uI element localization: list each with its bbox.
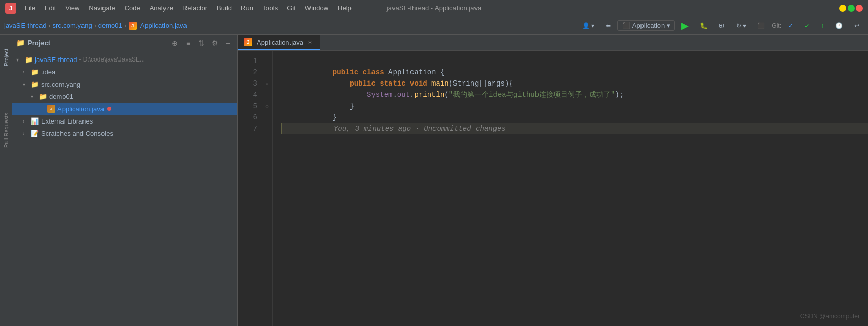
- tab-close-button[interactable]: ×: [306, 38, 314, 46]
- git-push-button[interactable]: ↑: [816, 21, 829, 31]
- code-line-1: [281, 55, 868, 67]
- line-num-5: 5: [238, 100, 257, 112]
- app-logo: J: [5, 3, 16, 14]
- menu-edit[interactable]: Edit: [40, 3, 60, 13]
- code-editor[interactable]: 1 2 3 4 5 6 7 ◇ ◇: [238, 51, 868, 326]
- debug-button[interactable]: 🐛: [695, 21, 712, 31]
- menu-tools[interactable]: Tools: [258, 3, 282, 13]
- new-file-button[interactable]: ⊕: [170, 38, 180, 48]
- editor-tabs: J Application.java ×: [238, 35, 868, 51]
- close-button[interactable]: ×: [856, 5, 863, 12]
- minimize-button[interactable]: −: [839, 5, 846, 12]
- menu-help[interactable]: Help: [334, 3, 356, 13]
- menu-run[interactable]: Run: [237, 3, 257, 13]
- tree-root[interactable]: ▾ 📁 javaSE-thread - D:\code\java\JavaSE.…: [12, 53, 237, 66]
- breadcrumb-project[interactable]: javaSE-thread: [4, 22, 46, 29]
- git-commit-button[interactable]: ✓: [800, 21, 814, 31]
- profile-run-button[interactable]: ↻ ▾: [732, 21, 751, 31]
- breadcrumb-sep-3: ›: [125, 22, 127, 29]
- breadcrumb-sep-2: ›: [94, 22, 96, 29]
- profile-button[interactable]: 👤 ▾: [577, 21, 599, 31]
- collapse-all-button[interactable]: ≡: [183, 38, 193, 48]
- gutter-7: [262, 123, 272, 134]
- title-bar: J File Edit View Navigate Code Analyze R…: [0, 0, 868, 16]
- java-file-tree-icon: J: [47, 105, 55, 113]
- demo01-folder-icon: 📁: [39, 93, 47, 100]
- idea-expand-icon: ›: [23, 69, 29, 75]
- editor-tab-application[interactable]: J Application.java ×: [238, 35, 320, 50]
- coverage-icon: ⛨: [719, 22, 725, 29]
- tree-demo01[interactable]: ▾ 📁 demo01: [12, 90, 237, 103]
- project-panel: 📁 Project ⊕ ≡ ⇅ ⚙ − ▾ 📁 javaSE-thread - …: [12, 35, 238, 326]
- root-folder-icon: 📁: [25, 56, 33, 64]
- git-revert-button[interactable]: ↩: [850, 21, 864, 31]
- git-update-button[interactable]: ✓: [783, 21, 798, 31]
- run-button[interactable]: ▶: [677, 18, 693, 33]
- profile-icon: 👤: [582, 22, 590, 29]
- menu-window[interactable]: Window: [301, 3, 333, 13]
- stop-icon: ⬛: [757, 22, 765, 29]
- line-num-3: 3: [238, 78, 257, 89]
- git-history-button[interactable]: 🕐: [831, 21, 848, 31]
- scratches-expand-icon: ›: [23, 131, 29, 136]
- run-icon: ▶: [681, 20, 689, 31]
- line-numbers: 1 2 3 4 5 6 7: [238, 51, 262, 326]
- code-line-6: }: [281, 112, 868, 123]
- run-config-dropdown[interactable]: ⬛ Application ▾: [617, 20, 675, 31]
- window-controls: − □ ×: [839, 5, 863, 12]
- breadcrumb-folder[interactable]: demo01: [98, 22, 122, 29]
- code-line-2: public class Application {: [281, 67, 868, 78]
- tree-application-java[interactable]: J Application.java: [12, 103, 237, 115]
- maximize-button[interactable]: □: [848, 5, 855, 12]
- project-title: Project: [28, 39, 50, 47]
- tree-scratches[interactable]: › 📝 Scratches and Consoles: [12, 127, 237, 139]
- sidebar-tab-pr-label: Pull Requests: [3, 113, 9, 148]
- menu-analyze[interactable]: Analyze: [146, 3, 177, 13]
- stop-button[interactable]: ⬛: [753, 21, 770, 31]
- gutter-5: ◇: [262, 100, 272, 112]
- src-name: src.com.yang: [41, 80, 80, 88]
- ext-libs-expand-icon: ›: [23, 118, 29, 124]
- menu-navigate[interactable]: Navigate: [85, 3, 119, 13]
- line-num-2: 2: [238, 67, 257, 78]
- sidebar-tab-project[interactable]: Project: [0, 37, 12, 78]
- settings-button[interactable]: ⚙: [210, 38, 220, 48]
- sidebar-tabs: Project Pull Requests: [0, 35, 12, 326]
- idea-name: .idea: [41, 68, 55, 76]
- tree-src[interactable]: ▾ 📁 src.com.yang: [12, 78, 237, 90]
- project-folder-icon: 📁: [16, 39, 25, 47]
- tree-idea[interactable]: › 📁 .idea: [12, 66, 237, 78]
- close-panel-button[interactable]: −: [223, 38, 233, 48]
- tree-ext-libs[interactable]: › 📊 External Libraries: [12, 115, 237, 127]
- run-config-chevron: ▾: [667, 22, 670, 29]
- git-push-icon: ↑: [821, 22, 824, 29]
- coverage-button[interactable]: ⛨: [714, 21, 730, 31]
- watermark: CSDN @amcomputer: [800, 313, 860, 320]
- gutter-2: [262, 67, 272, 78]
- expand-all-button[interactable]: ⇅: [196, 38, 206, 48]
- ext-libs-icon: 📊: [31, 117, 39, 125]
- breadcrumb-package[interactable]: src.com.yang: [52, 22, 92, 29]
- breadcrumb-file[interactable]: Application.java: [140, 22, 187, 29]
- toolbar-right: 👤 ▾ ⬅ ⬛ Application ▾ ▶ 🐛 ⛨ ↻ ▾: [577, 18, 864, 33]
- debug-icon: 🐛: [700, 22, 708, 29]
- menu-refactor[interactable]: Refactor: [178, 3, 212, 13]
- sidebar-tab-pull-requests[interactable]: Pull Requests: [0, 110, 12, 151]
- git-history-icon: 🕐: [835, 22, 843, 29]
- menu-code[interactable]: Code: [120, 3, 144, 13]
- gutter-1: [262, 55, 272, 67]
- root-expand-icon: ▾: [16, 57, 23, 63]
- src-expand-icon: ▾: [23, 82, 29, 87]
- menu-file[interactable]: File: [20, 3, 39, 13]
- back-button[interactable]: ⬅: [601, 21, 615, 31]
- code-line-5: }: [281, 100, 868, 112]
- scratches-icon: 📝: [31, 130, 39, 137]
- git-revert-icon: ↩: [854, 22, 859, 29]
- editor-area: J Application.java × 1 2 3 4 5 6 7 ◇: [238, 35, 868, 326]
- code-line-7: You, 3 minutes ago · Uncommitted changes: [281, 123, 868, 134]
- code-content[interactable]: public class Application { public static…: [273, 51, 868, 326]
- breadcrumb-bar: javaSE-thread › src.com.yang › demo01 › …: [0, 16, 868, 35]
- menu-git[interactable]: Git: [283, 3, 300, 13]
- menu-view[interactable]: View: [61, 3, 84, 13]
- menu-build[interactable]: Build: [213, 3, 236, 13]
